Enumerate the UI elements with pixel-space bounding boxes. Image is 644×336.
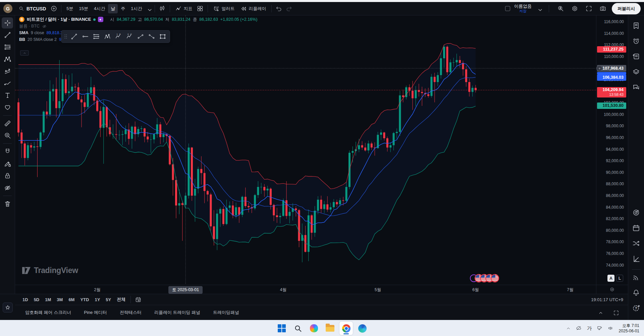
range-button-1M[interactable]: 1M	[42, 296, 54, 304]
hide-all-tool-button[interactable]	[2, 182, 13, 193]
text-tool-button[interactable]	[2, 90, 13, 101]
alert-button[interactable]: 얼러트	[210, 4, 237, 14]
drawing-mode-lock-tool-button[interactable]	[2, 158, 13, 169]
screener-panel-button[interactable]	[630, 237, 642, 249]
abcd-pattern-button[interactable]: AC	[124, 31, 135, 42]
economic-event-markers[interactable]	[470, 274, 499, 282]
candlestick-chart[interactable]	[15, 15, 596, 285]
axis-settings-corner[interactable]	[596, 285, 628, 294]
help-panel-button[interactable]: ?	[630, 302, 642, 314]
mute-notifications-icon[interactable]	[98, 17, 103, 22]
interval-menu-button[interactable]	[145, 4, 152, 14]
interval-button-15분[interactable]: 15분	[76, 4, 91, 13]
dom-panel-button[interactable]	[630, 253, 642, 265]
magnet-tool-button[interactable]	[2, 146, 13, 157]
copilot-button[interactable]	[307, 322, 321, 335]
start-button[interactable]	[275, 322, 288, 335]
indicators-button[interactable]: 지표	[172, 4, 195, 14]
time-axis[interactable]: 2월3월4월5월6월7월토 2025-03-01	[15, 285, 596, 294]
drag-handle-button[interactable]	[63, 31, 68, 42]
trash-tool-button[interactable]	[2, 198, 13, 209]
range-button-1Y[interactable]: 1Y	[92, 296, 103, 304]
news-panel-button[interactable]	[630, 50, 642, 62]
network-icon[interactable]	[597, 325, 603, 332]
crosshair-tool-button[interactable]	[2, 17, 13, 28]
interval-button-1시간[interactable]: 1시간	[128, 4, 145, 13]
tray-chevron-up-icon[interactable]	[566, 326, 571, 331]
layout-menu-button[interactable]	[536, 4, 542, 14]
panel-layout-button[interactable]	[611, 308, 621, 318]
object-tree-panel-button[interactable]	[630, 66, 642, 78]
range-button-1D[interactable]: 1D	[20, 296, 31, 304]
range-button-6M[interactable]: 6M	[66, 296, 77, 304]
replay-button[interactable]: 리플레이	[237, 4, 269, 14]
range-button-5Y[interactable]: 5Y	[103, 296, 114, 304]
volume-icon[interactable]	[608, 325, 614, 332]
undo-button[interactable]	[274, 4, 284, 14]
layout-grid-button[interactable]	[195, 4, 205, 14]
compare-add-button[interactable]	[49, 4, 59, 14]
elliott-wave-button[interactable]: 15	[113, 31, 123, 42]
xabcd-pattern-tool-button[interactable]	[2, 54, 13, 65]
parallel-channel-tool-button[interactable]	[2, 66, 13, 77]
us-flag-event-icon[interactable]	[491, 274, 499, 282]
eye-off-icon[interactable]	[42, 24, 47, 29]
taskbar-clock[interactable]: 오후 7:01 2025-06-01	[619, 323, 639, 334]
taskbar-search-button[interactable]	[291, 322, 305, 335]
range-button-5D[interactable]: 5D	[31, 296, 42, 304]
lock-all-tool-button[interactable]	[2, 170, 13, 181]
brush-tool-button[interactable]	[2, 78, 13, 89]
footer-tab-3[interactable]: 리플레이 트레이딩 패널	[154, 310, 200, 316]
file-explorer-button[interactable]	[323, 322, 337, 335]
volume-legend-row[interactable]: 볼륨 · BTC	[19, 23, 257, 29]
favorites-star-button[interactable]	[3, 303, 13, 313]
ime-korean-indicator[interactable]: 가	[587, 325, 592, 332]
trend-line-tool-button[interactable]	[2, 29, 13, 41]
go-to-date-button[interactable]	[133, 294, 143, 305]
footer-tab-2[interactable]: 전략테스터	[120, 310, 142, 316]
range-button-3M[interactable]: 3M	[54, 296, 65, 304]
chart-area[interactable]: B 비트코인 / 달러 · 1날 · BINANCE 시84,367.29 고8…	[15, 15, 596, 285]
notifications-panel-button[interactable]	[630, 286, 642, 298]
log-scale-button[interactable]: L	[616, 275, 623, 282]
fullscreen-button[interactable]	[584, 4, 594, 14]
chart-style-button[interactable]	[157, 4, 167, 14]
interval-button-날[interactable]: 날	[108, 4, 118, 13]
chrome-button[interactable]	[339, 322, 353, 335]
horizontal-ray-button[interactable]	[80, 31, 90, 42]
range-button-YTD[interactable]: YTD	[77, 296, 92, 304]
symbol-legend-row[interactable]: B 비트코인 / 달러 · 1날 · BINANCE 시84,367.29 고8…	[19, 16, 257, 23]
ruler-tool-button[interactable]	[2, 118, 13, 129]
pitchfork-button[interactable]	[102, 31, 112, 42]
user-avatar[interactable]: G	[3, 4, 12, 13]
emoji-tool-button[interactable]	[2, 102, 13, 113]
auto-scale-button[interactable]: A	[607, 275, 614, 282]
redo-button[interactable]	[284, 4, 294, 14]
interval-button-5분[interactable]: 5분	[64, 4, 76, 13]
select-layout-checkbox[interactable]	[505, 6, 510, 11]
panel-collapse-button[interactable]	[596, 308, 606, 318]
footer-tab-1[interactable]: Pine 에디터	[84, 310, 107, 316]
publish-button[interactable]: 퍼블리시	[612, 3, 641, 14]
ideas-panel-button[interactable]	[630, 206, 642, 218]
price-range-button[interactable]	[147, 31, 157, 42]
range-button-전체[interactable]: 전체	[114, 295, 128, 304]
watchlist-panel-button[interactable]	[630, 19, 642, 31]
price-chart-canvas[interactable]	[15, 15, 596, 285]
layout-save-button[interactable]: 이름없음 저장	[514, 4, 532, 13]
interval-button-주[interactable]: 주	[118, 4, 128, 13]
settings-button[interactable]	[570, 4, 580, 14]
price-axis[interactable]: A L 116,000.00114,000.00112,000.00110,00…	[596, 15, 628, 285]
add-alert-plus-icon[interactable]	[596, 65, 602, 71]
legend-collapse-button[interactable]	[20, 50, 29, 56]
calendar-panel-button[interactable]	[630, 222, 642, 234]
zoom-in-tool-button[interactable]	[2, 130, 13, 141]
chat-panel-button[interactable]	[630, 81, 642, 93]
floating-drawing-toolbar[interactable]: 15AC	[61, 30, 170, 43]
edge-button[interactable]	[356, 322, 369, 335]
alerts-panel-button[interactable]	[630, 35, 642, 47]
data-window-panel-button[interactable]	[630, 271, 642, 283]
trend-line-button[interactable]	[69, 31, 79, 42]
snapshot-button[interactable]	[598, 4, 608, 14]
interval-button-4시간[interactable]: 4시간	[91, 4, 108, 13]
